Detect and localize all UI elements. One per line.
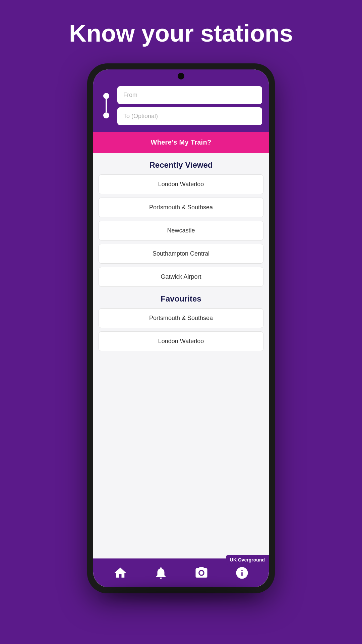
- list-item[interactable]: Newcastle: [99, 221, 263, 240]
- screen-content: Recently Viewed London Waterloo Portsmou…: [93, 153, 269, 558]
- from-input[interactable]: [117, 86, 262, 104]
- favourites-title: Favourites: [99, 294, 263, 304]
- home-icon: [113, 566, 127, 580]
- to-input[interactable]: [117, 107, 262, 125]
- search-button[interactable]: Where's My Train?: [93, 132, 269, 153]
- nav-camera[interactable]: [194, 566, 208, 580]
- bell-icon: [154, 566, 168, 580]
- nav-info[interactable]: [235, 566, 249, 580]
- input-fields: [117, 86, 262, 125]
- nav-home[interactable]: [113, 566, 127, 580]
- list-item[interactable]: Portsmouth & Southsea: [99, 308, 263, 328]
- list-item[interactable]: Gatwick Airport: [99, 267, 263, 287]
- camera-icon: [194, 566, 208, 580]
- info-icon: [235, 566, 249, 580]
- phone-notch: [178, 73, 184, 79]
- phone-frame: Where's My Train? Recently Viewed London…: [87, 63, 275, 593]
- route-dot-top: [103, 93, 109, 99]
- route-dot-bottom: [103, 112, 109, 118]
- overground-badge: UK Overground: [226, 555, 269, 565]
- phone-screen: Where's My Train? Recently Viewed London…: [93, 69, 269, 587]
- recently-viewed-title: Recently Viewed: [99, 160, 263, 170]
- list-item[interactable]: London Waterloo: [99, 331, 263, 351]
- route-icon: [100, 93, 113, 118]
- route-line: [106, 99, 107, 112]
- list-item[interactable]: Southampton Central: [99, 244, 263, 264]
- list-item[interactable]: Portsmouth & Southsea: [99, 198, 263, 217]
- list-item[interactable]: London Waterloo: [99, 174, 263, 194]
- phone-shadow: [106, 587, 256, 600]
- page-title: Know your stations: [69, 20, 293, 47]
- nav-alerts[interactable]: [154, 566, 168, 580]
